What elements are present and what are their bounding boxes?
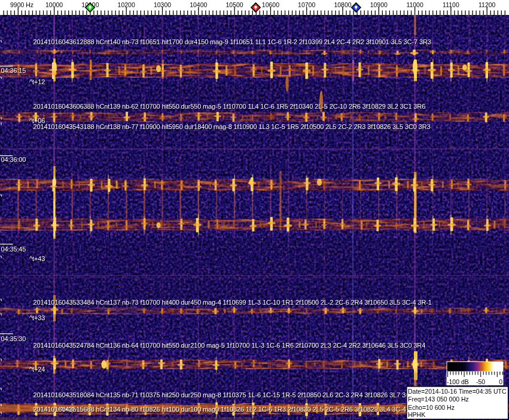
- svg-text:20141016043533484 hCnt137 nb-7: 20141016043533484 hCnt137 nb-73 f10700 h…: [33, 299, 432, 306]
- svg-text:Echo=10 600 Hz: Echo=10 600 Hz: [408, 404, 455, 411]
- svg-text:10600: 10600: [262, 1, 279, 8]
- svg-text:20141016043606388 hCnt139 nb-6: 20141016043606388 hCnt139 nb-62 f10700 h…: [33, 103, 426, 110]
- svg-text:11200: 11200: [478, 1, 496, 8]
- svg-text:Date=2014-10-16 Time=04:35 UTC: Date=2014-10-16 Time=04:35 UTC: [408, 388, 507, 395]
- svg-text:11000: 11000: [406, 1, 423, 8]
- svg-text:10700: 10700: [298, 1, 315, 8]
- svg-text:^t+24: ^t+24: [29, 366, 45, 373]
- svg-text:04:36:15: 04:36:15: [1, 67, 26, 74]
- svg-text:10300: 10300: [154, 1, 171, 8]
- svg-text:20141016043612888 hCnt140 nb-7: 20141016043612888 hCnt140 nb-73 f10651 h…: [33, 38, 431, 45]
- svg-text:-50: -50: [476, 378, 485, 385]
- svg-text:20141016043524784 hCnt136 nb-6: 20141016043524784 hCnt136 nb-64 f10700 h…: [33, 342, 426, 349]
- svg-text:20141016043515688 hCnt134 nb-8: 20141016043515688 hCnt134 nb-80 f10826 h…: [33, 406, 406, 413]
- svg-text:9900 Hz: 9900 Hz: [10, 1, 33, 8]
- svg-text:10900: 10900: [370, 1, 388, 8]
- svg-text:-100 dB: -100 dB: [447, 378, 469, 385]
- svg-text:20141016043518084 hCnt135 nb-7: 20141016043518084 hCnt135 nb-71 f10375 h…: [33, 391, 416, 398]
- svg-text:0: 0: [499, 378, 502, 385]
- svg-text:Freq=143 050 000 Hz: Freq=143 050 000 Hz: [408, 396, 469, 403]
- svg-text:11100: 11100: [443, 1, 459, 8]
- svg-text:^t+43: ^t+43: [29, 255, 45, 262]
- svg-text:04:35:45: 04:35:45: [1, 246, 26, 253]
- svg-text:20141016043543188 hCnt138 nb-7: 20141016043543188 hCnt138 nb-77 f10900 h…: [33, 123, 431, 130]
- svg-text:10000: 10000: [45, 1, 63, 8]
- svg-text:10400: 10400: [190, 1, 207, 8]
- svg-text:^t+12: ^t+12: [29, 78, 45, 85]
- svg-text:10800: 10800: [334, 1, 351, 8]
- svg-text:04:35:30: 04:35:30: [1, 335, 26, 342]
- svg-text:04:36:00: 04:36:00: [1, 156, 26, 163]
- svg-text:HPHK: HPHK: [408, 411, 425, 418]
- svg-text:10200: 10200: [118, 1, 135, 8]
- svg-text:^t+33: ^t+33: [29, 314, 45, 321]
- svg-text:10500: 10500: [225, 1, 243, 8]
